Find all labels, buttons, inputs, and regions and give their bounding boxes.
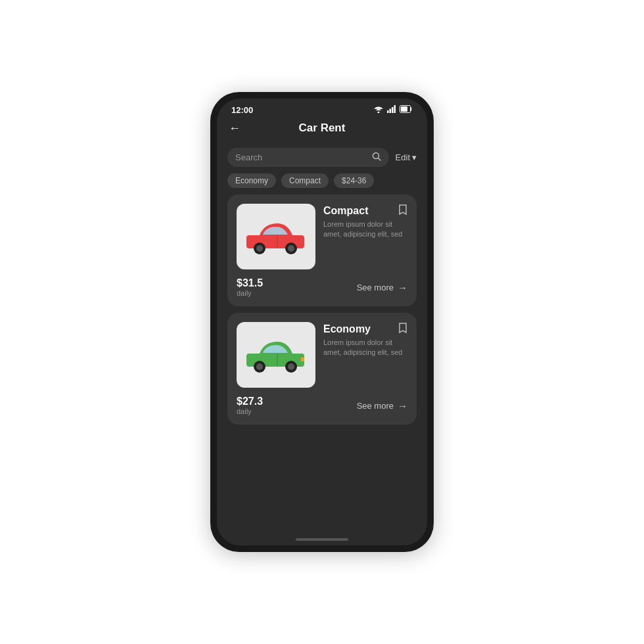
battery-icon [400,105,413,115]
signal-icon [387,105,396,115]
arrow-icon-economy: → [398,400,407,411]
status-time: 12:00 [231,105,253,115]
svg-line-7 [378,158,380,161]
card-bottom-compact: $31.5 daily See more → [237,275,407,297]
car-image-compact [237,204,315,269]
bookmark-icon-economy[interactable] [398,322,407,336]
svg-rect-5 [401,106,407,112]
search-placeholder: Search [235,152,368,162]
card-info-economy: Economy Lorem ipsum dolor sit amet, adip… [323,322,407,358]
card-top-compact: Compact Lorem ipsum dolor sit amet, adip… [237,204,407,269]
chevron-down-icon: ▾ [412,152,417,162]
phone-screen: 12:00 [217,99,427,545]
filter-row: Economy Compact $24-36 [227,173,417,188]
page-title: Car Rent [299,122,346,135]
car-image-economy [237,322,315,388]
card-info-compact: Compact Lorem ipsum dolor sit amet, adip… [323,204,407,240]
svg-rect-3 [394,105,396,113]
phone-frame: 12:00 [210,92,434,552]
see-more-economy[interactable]: See more → [357,400,407,411]
back-button[interactable]: ← [229,122,241,135]
svg-point-12 [288,245,294,252]
filter-price[interactable]: $24-36 [334,173,374,188]
card-name-economy: Economy [323,323,407,335]
svg-point-16 [256,363,263,370]
price-compact: $31.5 daily [237,277,263,297]
price-label-compact: daily [237,289,263,297]
arrow-icon-compact: → [398,282,407,293]
see-more-label-compact: See more [357,283,394,292]
screen-content: Search Edit ▾ Economy [217,141,427,534]
svg-rect-20 [301,357,304,361]
card-desc-compact: Lorem ipsum dolor sit amet, adipiscing e… [323,219,407,240]
bookmark-icon-compact[interactable] [398,204,407,218]
filter-compact[interactable]: Compact [281,173,329,188]
home-indicator [296,538,348,541]
card-desc-economy: Lorem ipsum dolor sit amet, adipiscing e… [323,338,407,358]
status-icons [373,105,413,115]
car-card-compact: Compact Lorem ipsum dolor sit amet, adip… [227,195,417,306]
see-more-compact[interactable]: See more → [357,282,407,293]
search-icon [372,152,381,163]
svg-point-18 [288,363,294,370]
see-more-label-economy: See more [357,401,394,411]
edit-label: Edit [396,152,410,162]
card-top-economy: Economy Lorem ipsum dolor sit amet, adip… [237,322,407,388]
svg-rect-2 [392,107,394,113]
price-amount-compact: $31.5 [237,277,263,289]
header: ← Car Rent [217,118,427,141]
filter-economy[interactable]: Economy [227,173,276,188]
price-label-economy: daily [237,407,263,415]
search-row: Search Edit ▾ [227,148,417,167]
card-bottom-economy: $27.3 daily See more → [237,393,407,415]
car-card-economy: Economy Lorem ipsum dolor sit amet, adip… [227,313,417,425]
card-name-compact: Compact [323,205,407,217]
bottom-bar [217,534,427,545]
status-bar: 12:00 [217,99,427,118]
svg-point-10 [256,245,263,252]
search-box[interactable]: Search [227,148,389,167]
price-economy: $27.3 daily [237,396,263,415]
edit-button[interactable]: Edit ▾ [396,152,417,162]
wifi-icon [373,105,384,115]
svg-rect-1 [390,109,392,114]
svg-rect-0 [387,110,389,113]
price-amount-economy: $27.3 [237,396,263,407]
